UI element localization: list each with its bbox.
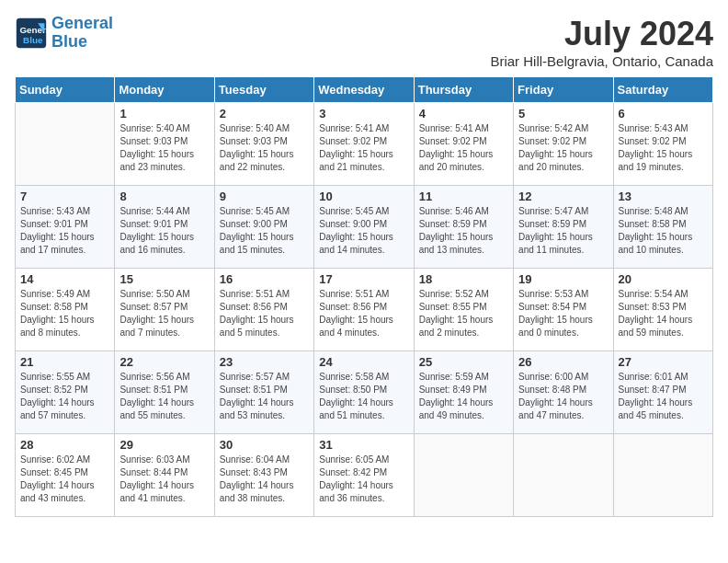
day-number: 27: [619, 355, 708, 369]
day-number: 19: [518, 272, 608, 286]
logo-text: General Blue: [51, 15, 113, 52]
cell-content: Sunrise: 5:43 AM Sunset: 9:02 PM Dayligh…: [619, 122, 708, 174]
calendar-cell: 25Sunrise: 5:59 AM Sunset: 8:49 PM Dayli…: [414, 351, 513, 434]
day-number: 18: [419, 272, 508, 286]
cell-content: Sunrise: 5:48 AM Sunset: 8:58 PM Dayligh…: [619, 205, 708, 257]
header-cell-tuesday: Tuesday: [214, 77, 313, 103]
header-cell-saturday: Saturday: [613, 77, 712, 103]
day-number: 17: [319, 272, 408, 286]
week-row-5: 28Sunrise: 6:02 AM Sunset: 8:45 PM Dayli…: [16, 434, 713, 517]
cell-content: Sunrise: 5:51 AM Sunset: 8:56 PM Dayligh…: [319, 288, 408, 339]
cell-content: Sunrise: 5:45 AM Sunset: 9:00 PM Dayligh…: [319, 205, 408, 257]
week-row-4: 21Sunrise: 5:55 AM Sunset: 8:52 PM Dayli…: [16, 351, 713, 434]
calendar-cell: 29Sunrise: 6:03 AM Sunset: 8:44 PM Dayli…: [115, 434, 214, 517]
cell-content: Sunrise: 5:47 AM Sunset: 8:59 PM Dayligh…: [518, 205, 608, 257]
cell-content: Sunrise: 5:41 AM Sunset: 9:02 PM Dayligh…: [319, 122, 408, 174]
cell-content: Sunrise: 6:00 AM Sunset: 8:48 PM Dayligh…: [518, 371, 608, 422]
calendar-cell: 7Sunrise: 5:43 AM Sunset: 9:01 PM Daylig…: [16, 186, 115, 269]
cell-content: Sunrise: 5:44 AM Sunset: 9:01 PM Dayligh…: [119, 205, 209, 257]
cell-content: Sunrise: 5:52 AM Sunset: 8:55 PM Dayligh…: [419, 288, 508, 339]
calendar-cell: 30Sunrise: 6:04 AM Sunset: 8:43 PM Dayli…: [214, 434, 313, 517]
day-number: 3: [319, 107, 408, 121]
calendar-cell: 19Sunrise: 5:53 AM Sunset: 8:54 PM Dayli…: [514, 269, 613, 351]
calendar-cell: 28Sunrise: 6:02 AM Sunset: 8:45 PM Dayli…: [16, 434, 115, 517]
logo: General Blue General Blue: [15, 15, 113, 52]
calendar-cell: [414, 434, 513, 517]
calendar-cell: 9Sunrise: 5:45 AM Sunset: 9:00 PM Daylig…: [214, 186, 313, 269]
calendar-cell: 5Sunrise: 5:42 AM Sunset: 9:02 PM Daylig…: [514, 103, 613, 186]
cell-content: Sunrise: 5:50 AM Sunset: 8:57 PM Dayligh…: [119, 288, 209, 339]
cell-content: Sunrise: 5:51 AM Sunset: 8:56 PM Dayligh…: [220, 288, 309, 339]
cell-content: Sunrise: 5:57 AM Sunset: 8:51 PM Dayligh…: [220, 371, 309, 422]
cell-content: Sunrise: 6:05 AM Sunset: 8:42 PM Dayligh…: [319, 454, 408, 505]
header-row: SundayMondayTuesdayWednesdayThursdayFrid…: [16, 77, 713, 103]
day-number: 16: [220, 272, 309, 286]
day-number: 5: [518, 107, 608, 121]
cell-content: Sunrise: 5:45 AM Sunset: 9:00 PM Dayligh…: [220, 205, 309, 257]
calendar-cell: 18Sunrise: 5:52 AM Sunset: 8:55 PM Dayli…: [414, 269, 513, 351]
calendar-table: SundayMondayTuesdayWednesdayThursdayFrid…: [15, 76, 713, 517]
calendar-cell: 16Sunrise: 5:51 AM Sunset: 8:56 PM Dayli…: [214, 269, 313, 351]
day-number: 1: [119, 107, 209, 121]
calendar-cell: 22Sunrise: 5:56 AM Sunset: 8:51 PM Dayli…: [115, 351, 214, 434]
calendar-cell: 2Sunrise: 5:40 AM Sunset: 9:03 PM Daylig…: [214, 103, 313, 186]
calendar-cell: 31Sunrise: 6:05 AM Sunset: 8:42 PM Dayli…: [314, 434, 414, 517]
cell-content: Sunrise: 5:53 AM Sunset: 8:54 PM Dayligh…: [518, 288, 608, 339]
svg-text:Blue: Blue: [23, 35, 43, 45]
day-number: 11: [419, 190, 508, 203]
cell-content: Sunrise: 5:40 AM Sunset: 9:03 PM Dayligh…: [220, 122, 309, 174]
day-number: 31: [319, 438, 408, 452]
calendar-cell: [514, 434, 613, 517]
day-number: 26: [518, 355, 608, 369]
cell-content: Sunrise: 6:01 AM Sunset: 8:47 PM Dayligh…: [619, 371, 708, 422]
cell-content: Sunrise: 5:46 AM Sunset: 8:59 PM Dayligh…: [419, 205, 508, 257]
cell-content: Sunrise: 5:42 AM Sunset: 9:02 PM Dayligh…: [518, 122, 608, 174]
day-number: 30: [220, 438, 309, 452]
day-number: 9: [220, 190, 309, 203]
calendar-cell: 27Sunrise: 6:01 AM Sunset: 8:47 PM Dayli…: [613, 351, 712, 434]
day-number: 25: [419, 355, 508, 369]
day-number: 7: [20, 190, 109, 203]
calendar-cell: 17Sunrise: 5:51 AM Sunset: 8:56 PM Dayli…: [314, 269, 414, 351]
day-number: 10: [319, 190, 408, 203]
week-row-2: 7Sunrise: 5:43 AM Sunset: 9:01 PM Daylig…: [16, 186, 713, 269]
day-number: 14: [20, 272, 109, 286]
logo-icon: General Blue: [15, 17, 48, 50]
location: Briar Hill-Belgravia, Ontario, Canada: [490, 53, 713, 69]
cell-content: Sunrise: 5:43 AM Sunset: 9:01 PM Dayligh…: [20, 205, 109, 257]
day-number: 23: [220, 355, 309, 369]
week-row-3: 14Sunrise: 5:49 AM Sunset: 8:58 PM Dayli…: [16, 269, 713, 351]
cell-content: Sunrise: 5:55 AM Sunset: 8:52 PM Dayligh…: [20, 371, 109, 422]
cell-content: Sunrise: 5:40 AM Sunset: 9:03 PM Dayligh…: [119, 122, 209, 174]
cell-content: Sunrise: 5:59 AM Sunset: 8:49 PM Dayligh…: [419, 371, 508, 422]
header-cell-thursday: Thursday: [414, 77, 513, 103]
calendar-cell: 23Sunrise: 5:57 AM Sunset: 8:51 PM Dayli…: [214, 351, 313, 434]
cell-content: Sunrise: 5:41 AM Sunset: 9:02 PM Dayligh…: [419, 122, 508, 174]
week-row-1: 1Sunrise: 5:40 AM Sunset: 9:03 PM Daylig…: [16, 103, 713, 186]
cell-content: Sunrise: 5:56 AM Sunset: 8:51 PM Dayligh…: [119, 371, 209, 422]
day-number: 28: [20, 438, 109, 452]
calendar-cell: 4Sunrise: 5:41 AM Sunset: 9:02 PM Daylig…: [414, 103, 513, 186]
day-number: 13: [619, 190, 708, 203]
calendar-header: SundayMondayTuesdayWednesdayThursdayFrid…: [16, 77, 713, 103]
cell-content: Sunrise: 5:49 AM Sunset: 8:58 PM Dayligh…: [20, 288, 109, 339]
day-number: 12: [518, 190, 608, 203]
calendar-cell: 3Sunrise: 5:41 AM Sunset: 9:02 PM Daylig…: [314, 103, 414, 186]
day-number: 29: [119, 438, 209, 452]
header-cell-friday: Friday: [514, 77, 613, 103]
calendar-cell: 11Sunrise: 5:46 AM Sunset: 8:59 PM Dayli…: [414, 186, 513, 269]
header-cell-sunday: Sunday: [16, 77, 115, 103]
cell-content: Sunrise: 5:54 AM Sunset: 8:53 PM Dayligh…: [619, 288, 708, 339]
title-block: July 2024 Briar Hill-Belgravia, Ontario,…: [490, 15, 713, 69]
cell-content: Sunrise: 6:02 AM Sunset: 8:45 PM Dayligh…: [20, 454, 109, 505]
calendar-cell: 13Sunrise: 5:48 AM Sunset: 8:58 PM Dayli…: [613, 186, 712, 269]
day-number: 4: [419, 107, 508, 121]
cell-content: Sunrise: 6:04 AM Sunset: 8:43 PM Dayligh…: [220, 454, 309, 505]
calendar-cell: 20Sunrise: 5:54 AM Sunset: 8:53 PM Dayli…: [613, 269, 712, 351]
calendar-cell: 21Sunrise: 5:55 AM Sunset: 8:52 PM Dayli…: [16, 351, 115, 434]
calendar-cell: [613, 434, 712, 517]
header-cell-wednesday: Wednesday: [314, 77, 414, 103]
day-number: 6: [619, 107, 708, 121]
calendar-cell: 24Sunrise: 5:58 AM Sunset: 8:50 PM Dayli…: [314, 351, 414, 434]
calendar-body: 1Sunrise: 5:40 AM Sunset: 9:03 PM Daylig…: [16, 103, 713, 517]
